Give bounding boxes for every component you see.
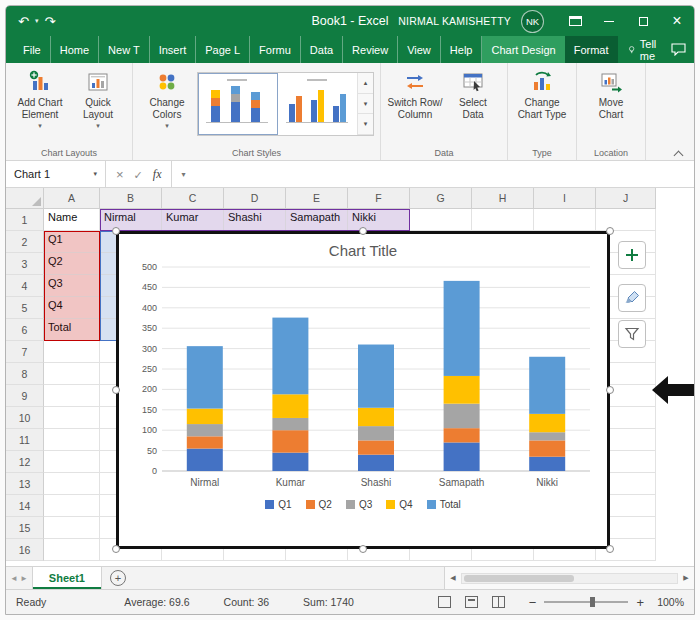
chart-title[interactable]: Chart Title (119, 242, 607, 259)
cell-E1[interactable]: Samapath (286, 209, 348, 231)
cell-I1[interactable] (534, 209, 596, 231)
bar-Nikki-Total[interactable] (529, 357, 565, 414)
bar-Samapath-Q4[interactable] (444, 376, 480, 404)
cell-J1[interactable] (596, 209, 656, 231)
bar-Kumar-Total[interactable] (272, 318, 308, 395)
zoom-slider[interactable] (544, 601, 628, 603)
column-header-J[interactable]: J (596, 188, 656, 209)
column-header-D[interactable]: D (224, 188, 286, 209)
cell-A6[interactable]: Total (44, 319, 100, 341)
tab-view[interactable]: View (398, 36, 441, 63)
column-header-E[interactable]: E (286, 188, 348, 209)
gallery-down-icon[interactable]: ▾ (358, 94, 373, 115)
zoom-level[interactable]: 100% (652, 596, 684, 608)
tab-file[interactable]: File (14, 36, 51, 63)
undo-caret-icon[interactable]: ▾ (35, 17, 39, 25)
bar-Nikki-Q4[interactable] (529, 414, 565, 432)
maximize-button[interactable] (626, 6, 660, 36)
cell-A7[interactable] (44, 341, 100, 363)
account-name[interactable]: NIRMAL KAMISHETTY (398, 15, 511, 27)
bar-Samapath-Q2[interactable] (444, 428, 480, 442)
cell-A14[interactable] (44, 495, 100, 517)
new-sheet-button[interactable] (110, 570, 126, 586)
cell-A16[interactable] (44, 539, 100, 561)
bar-Nirmal-Total[interactable] (187, 346, 223, 408)
chart-elements-button[interactable] (618, 241, 646, 269)
row-header-4[interactable]: 4 (6, 275, 44, 297)
sheet-nav-next-icon[interactable]: ► (20, 574, 28, 583)
row-header-11[interactable]: 11 (6, 429, 44, 451)
name-box[interactable]: Chart 1 ▾ (6, 161, 106, 187)
resize-handle[interactable] (112, 545, 120, 553)
close-button[interactable] (660, 6, 694, 36)
tab-home[interactable]: Home (51, 36, 99, 63)
scroll-left-icon[interactable]: ◀ (445, 574, 461, 582)
cell-F1[interactable]: Nikki (348, 209, 410, 231)
cell-A10[interactable] (44, 407, 100, 429)
normal-view-icon[interactable] (438, 596, 451, 608)
bar-Shashi-Q1[interactable] (358, 455, 394, 471)
chart-object[interactable]: Chart Title 0501001502002503003504004505… (116, 231, 610, 549)
bar-Shashi-Q3[interactable] (358, 426, 394, 440)
status-count[interactable]: Count: 36 (224, 596, 270, 608)
resize-handle[interactable] (112, 386, 120, 394)
cell-A13[interactable] (44, 473, 100, 495)
bar-Samapath-Q3[interactable] (444, 404, 480, 428)
cell-A12[interactable] (44, 451, 100, 473)
resize-handle[interactable] (359, 545, 367, 553)
row-header-12[interactable]: 12 (6, 451, 44, 473)
status-sum[interactable]: Sum: 1740 (303, 596, 354, 608)
change-colors-button[interactable]: Change Colors ▾ (139, 68, 195, 130)
undo-icon[interactable]: ↶ (18, 14, 29, 29)
zoom-out-icon[interactable]: − (529, 595, 537, 610)
bar-Shashi-Total[interactable] (358, 345, 394, 408)
chart-style-thumbnail-2[interactable] (278, 73, 358, 135)
row-header-7[interactable]: 7 (6, 341, 44, 363)
column-header-C[interactable]: C (162, 188, 224, 209)
redo-icon[interactable]: ↷ (44, 14, 55, 29)
row-header-15[interactable]: 15 (6, 517, 44, 539)
change-chart-type-button[interactable]: Change Chart Type (514, 68, 570, 121)
sheet-tab-sheet1[interactable]: Sheet1 (32, 567, 102, 589)
bar-Shashi-Q2[interactable] (358, 440, 394, 454)
row-header-2[interactable]: 2 (6, 231, 44, 253)
horizontal-scrollbar[interactable]: ◀ ▶ (444, 567, 694, 589)
move-chart-button[interactable]: Move Chart (583, 68, 639, 121)
tab-chart-design[interactable]: Chart Design (482, 36, 564, 63)
chart-style-thumbnail-1[interactable] (198, 73, 278, 135)
bar-Samapath-Total[interactable] (444, 281, 480, 376)
scrollbar-thumb[interactable] (464, 575, 574, 582)
tab-data[interactable]: Data (301, 36, 343, 63)
tab-formu[interactable]: Formu (250, 36, 301, 63)
insert-function-button[interactable]: fx (153, 167, 162, 182)
cell-A15[interactable] (44, 517, 100, 539)
page-layout-view-icon[interactable] (465, 596, 478, 608)
cell-A9[interactable] (44, 385, 100, 407)
avatar[interactable]: NK (521, 10, 544, 33)
bar-Shashi-Q4[interactable] (358, 408, 394, 426)
select-data-button[interactable]: Select Data (445, 68, 501, 121)
zoom-in-icon[interactable]: + (636, 595, 644, 610)
bar-Nirmal-Q1[interactable] (187, 449, 223, 471)
row-header-10[interactable]: 10 (6, 407, 44, 429)
ribbon-display-options-button[interactable] (558, 6, 592, 36)
cell-A2[interactable]: Q1 (44, 231, 100, 253)
zoom-slider-thumb[interactable] (590, 597, 595, 607)
row-header-14[interactable]: 14 (6, 495, 44, 517)
cell-A4[interactable]: Q3 (44, 275, 100, 297)
select-all-corner[interactable] (6, 188, 44, 209)
cell-G1[interactable] (410, 209, 472, 231)
gallery-more-icon[interactable]: ▾ (358, 114, 373, 135)
tab-insert[interactable]: Insert (150, 36, 197, 63)
comments-icon[interactable] (671, 43, 686, 56)
tell-me-box[interactable]: Tell me (618, 36, 672, 63)
status-average[interactable]: Average: 69.6 (124, 596, 189, 608)
chart-styles-button[interactable] (618, 284, 646, 312)
cell-A5[interactable]: Q4 (44, 297, 100, 319)
row-header-3[interactable]: 3 (6, 253, 44, 275)
column-header-A[interactable]: A (44, 188, 100, 209)
bar-Nirmal-Q4[interactable] (187, 409, 223, 425)
row-header-8[interactable]: 8 (6, 363, 44, 385)
cell-B1[interactable]: Nirmal (100, 209, 162, 231)
confirm-entry-icon[interactable] (134, 165, 143, 183)
